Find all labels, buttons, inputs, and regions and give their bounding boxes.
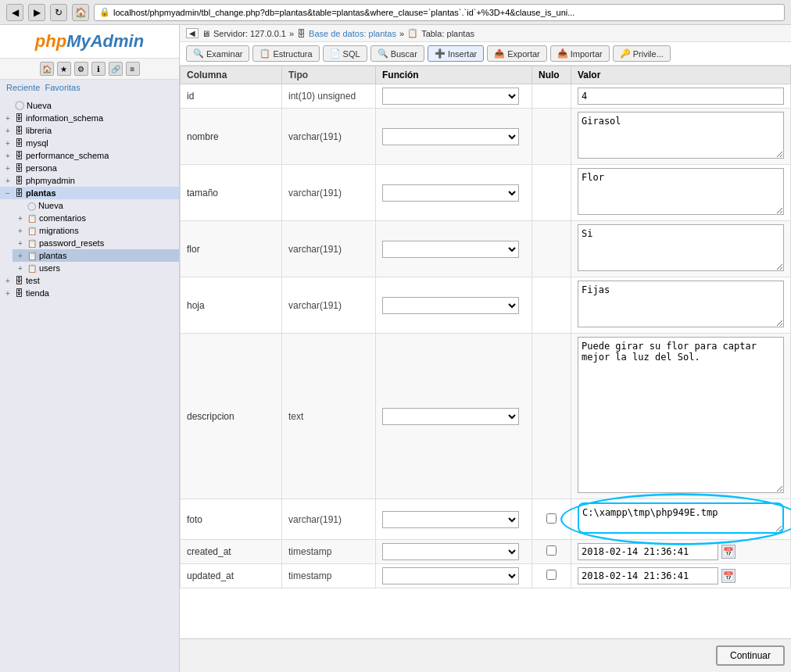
textarea-tamano[interactable]: Flor (578, 168, 784, 215)
tab-exportar[interactable]: 📤 Exportar (487, 45, 547, 62)
expand-icon (16, 201, 25, 210)
sidebar-item-users[interactable]: + 📋 users (13, 262, 179, 274)
textarea-foto[interactable]: C:\xampp\tmp\php949E.tmp (578, 502, 784, 534)
func-updated-at (376, 564, 532, 588)
nulo-tamano (532, 165, 571, 221)
tab-privilegios[interactable]: 🔑 Privile... (613, 45, 671, 62)
header-nulo: Nulo (532, 66, 571, 84)
expand-icon: + (16, 226, 25, 235)
func-select-updated-at[interactable] (382, 567, 519, 584)
sidebar-item-comentarios[interactable]: + 📋 comentarios (13, 212, 179, 224)
checkbox-foto[interactable] (546, 513, 557, 524)
input-created-at[interactable] (578, 543, 718, 560)
breadcrumb-db[interactable]: Base de datos: plantas (309, 29, 396, 38)
favoritas-label[interactable]: Favoritas (45, 83, 80, 92)
header-columna: Columna (181, 66, 282, 84)
table-row: descripcion text Puede girar su flor par… (181, 334, 791, 499)
func-select-foto[interactable] (382, 511, 519, 528)
info-icon[interactable]: ℹ (91, 62, 106, 76)
sidebar-item-test[interactable]: + 🗄 test (0, 274, 179, 287)
func-select-flor[interactable] (382, 241, 519, 258)
calendar-icon-created-at[interactable]: 📅 (721, 545, 736, 559)
input-id[interactable] (578, 88, 784, 105)
estructura-icon: 📋 (259, 48, 270, 59)
star-icon[interactable]: ★ (57, 62, 71, 76)
db-icon: 🗄 (15, 113, 23, 123)
tab-estructura[interactable]: 📋 Estructura (252, 45, 319, 62)
refresh-button[interactable]: ↻ (50, 4, 67, 21)
textarea-hoja[interactable]: Fijas (578, 281, 784, 327)
expand-icon: + (16, 263, 25, 273)
sidebar-item-password-resets[interactable]: + 📋 password_resets (13, 237, 179, 249)
plantas-children: ◯ Nueva + 📋 comentarios + 📋 migrations +… (0, 199, 179, 274)
forward-button[interactable]: ▶ (28, 4, 45, 21)
sidebar-item-libreria[interactable]: + 🗄 libreria (0, 124, 179, 137)
db-icon: 🗄 (15, 163, 23, 173)
sidebar-item-persona[interactable]: + 🗄 persona (0, 162, 179, 174)
breadcrumb-sep1: » (289, 29, 294, 38)
tab-buscar[interactable]: 🔍 Buscar (370, 45, 424, 62)
db-icon: 🗄 (15, 188, 23, 198)
tipo-tamano: varchar(191) (282, 165, 376, 221)
tab-importar[interactable]: 📥 Importar (550, 45, 610, 62)
continuar-button[interactable]: Continuar (716, 645, 785, 666)
sidebar-item-information-schema[interactable]: + 🗄 information_schema (0, 112, 179, 124)
back-button[interactable]: ◀ (6, 4, 23, 21)
func-select-id[interactable] (382, 88, 519, 105)
func-select-nombre[interactable] (382, 128, 519, 145)
reciente-label[interactable]: Reciente (6, 83, 40, 92)
textarea-flor[interactable]: Si (578, 224, 784, 271)
tab-examinar[interactable]: 🔍 Examinar (186, 45, 249, 62)
tipo-id: int(10) unsigned (282, 84, 376, 109)
func-select-hoja[interactable] (382, 297, 519, 314)
expand-icon (3, 101, 13, 110)
pma-logo: phpMyAdmin (0, 25, 179, 59)
valor-nombre: Girasol (571, 109, 791, 165)
checkbox-created-at[interactable] (546, 545, 557, 556)
sidebar-item-mysql[interactable]: + 🗄 mysql (0, 137, 179, 149)
func-select-descripcion[interactable] (382, 408, 519, 425)
tab-sql[interactable]: 📄 SQL (323, 45, 367, 62)
expand-icon: + (16, 251, 25, 260)
nulo-foto (532, 499, 571, 540)
breadcrumb-table: Tabla: plantas (421, 29, 474, 38)
timestamp-wrap-created-at: 📅 (578, 543, 784, 560)
valor-created-at: 📅 (571, 540, 791, 564)
table-area: Columna Tipo Función Nulo Valor id int(1… (180, 66, 791, 638)
sidebar-item-tienda[interactable]: + 🗄 tienda (0, 287, 179, 299)
table-footer: Continuar (180, 638, 791, 672)
table-row: created_at timestamp (181, 540, 791, 564)
home-icon[interactable]: 🏠 (40, 62, 54, 76)
sidebar-item-plantas-table[interactable]: + 📋 plantas (13, 249, 179, 262)
home-button[interactable]: 🏠 (72, 4, 89, 21)
table-row: hoja varchar(191) Fijas (181, 277, 791, 334)
sidebar-item-performance-schema[interactable]: + 🗄 performance_schema (0, 149, 179, 162)
table-icon: 📋 (27, 227, 37, 235)
col-tamano: tamaño (181, 165, 282, 221)
textarea-descripcion[interactable]: Puede girar su flor para captar mejor la… (578, 337, 784, 493)
header-funcion: Función (376, 66, 532, 84)
privilegios-icon: 🔑 (620, 48, 631, 59)
col-flor: flor (181, 221, 282, 277)
table-row: flor varchar(191) Si (181, 221, 791, 277)
table-row: foto varchar(191) C:\xampp\tmp (181, 499, 791, 540)
calendar-icon-updated-at[interactable]: 📅 (721, 569, 736, 583)
input-updated-at[interactable] (578, 567, 718, 584)
sidebar-item-phpmyadmin[interactable]: + 🗄 phpmyadmin (0, 174, 179, 187)
db-icon: 🗄 (15, 138, 23, 148)
tab-insertar[interactable]: ➕ Insertar (428, 45, 484, 62)
sidebar-item-nueva-root[interactable]: ◯ Nueva (0, 98, 179, 112)
sidebar-item-migrations[interactable]: + 📋 migrations (13, 224, 179, 237)
func-select-tamano[interactable] (382, 184, 519, 202)
sidebar-item-plantas-nueva[interactable]: ◯ Nueva (13, 199, 179, 212)
expand-icon: + (16, 213, 25, 223)
valor-id (571, 84, 791, 109)
textarea-nombre[interactable]: Girasol (578, 112, 784, 159)
checkbox-updated-at[interactable] (546, 570, 557, 580)
link-icon[interactable]: 🔗 (109, 62, 123, 76)
sidebar-item-plantas[interactable]: − 🗄 plantas (0, 187, 179, 199)
func-select-created-at[interactable] (382, 543, 519, 560)
settings-icon[interactable]: ⚙ (74, 62, 88, 76)
console-icon[interactable]: ≡ (126, 62, 140, 76)
collapse-btn[interactable]: ◀ (186, 28, 199, 38)
